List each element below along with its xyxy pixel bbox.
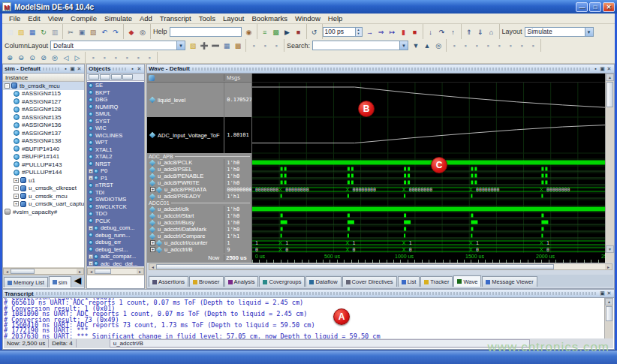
zoom-full-icon[interactable]: ⊙ — [27, 53, 38, 62]
menu-help[interactable]: Help — [324, 14, 347, 23]
object-signal-adc-dec-dat[interactable]: +adc_dec_dat... — [87, 260, 144, 267]
sim-tree-item-vsim-capacity[interactable]: #vsim_capacity# — [3, 208, 84, 216]
menu-window[interactable]: Window — [291, 14, 324, 23]
tab-tracker[interactable]: Tracker — [420, 276, 453, 287]
wave-lock-icon[interactable]: ▪ — [99, 53, 110, 62]
object-signal-adc-compar[interactable]: +adc_compar... — [87, 253, 144, 260]
transcript-header[interactable]: Transcript ▣ ✕ — [3, 290, 614, 298]
sim-tree-item-assign-136[interactable]: #ASSIGN#136 — [3, 122, 84, 130]
sim-close-icon[interactable]: ✕ — [76, 66, 83, 72]
tab-browser[interactable]: Browser — [189, 276, 224, 287]
wave-row-u-adcctrl-busy[interactable]: u_adcctrl/Busy1'h0 — [147, 219, 251, 226]
wave-pin-icon[interactable]: ▪ — [592, 66, 599, 71]
scroll-left-icon[interactable]: ◄ — [149, 264, 156, 269]
sim-tree-item-assign-135[interactable]: #ASSIGN#135 — [3, 113, 84, 122]
tree-expander-icon[interactable]: - — [5, 83, 10, 89]
maximize-button[interactable]: □ — [589, 2, 601, 12]
wave-expander-icon[interactable]: + — [150, 187, 155, 192]
wave-tool-7-icon[interactable]: ▪ — [516, 41, 527, 50]
sim-tree-item-assign-115[interactable]: #ASSIGN#115 — [3, 90, 84, 98]
tab-memory-list[interactable]: Memory List — [4, 277, 48, 287]
sim-panel-header[interactable]: sim - Default ▪ ▣ ✕ — [3, 65, 84, 74]
wave-cut2-icon[interactable]: ▪ — [133, 53, 143, 62]
tab-covergroups[interactable]: Covergroups — [259, 276, 305, 287]
sim-tree-item-assign-128[interactable]: #ASSIGN#128 — [3, 106, 84, 114]
wave-expander-icon[interactable]: + — [150, 240, 155, 245]
wave-pair-icon[interactable]: ▪ — [110, 53, 121, 62]
wave-tool-4-icon[interactable]: ▪ — [483, 41, 493, 50]
object-signal-syst[interactable]: SYST — [87, 118, 144, 125]
chevron-down-icon[interactable]: ▼ — [585, 28, 593, 36]
wave-tool-8-icon[interactable]: ▪ — [528, 41, 538, 50]
scroll-left-icon[interactable]: ◄ — [88, 269, 95, 274]
recompile-icon[interactable]: ≡ — [260, 27, 270, 37]
simulate-icon[interactable]: ▶ — [282, 27, 293, 37]
wave-tool-6-icon[interactable]: ▪ — [505, 41, 516, 50]
sim-pin-icon[interactable]: ▪ — [62, 66, 69, 71]
wave-row-u-adc8-penable[interactable]: u_adc8/PENABLE1'h0 — [147, 173, 251, 179]
toolbar-input[interactable] — [170, 27, 242, 37]
object-signal-p0[interactable]: +P0 — [87, 167, 144, 175]
sim-tree-item-pullup-143[interactable]: #PULLUP#143 — [3, 161, 84, 169]
bookmark-icon[interactable]: ◆ — [126, 27, 137, 37]
object-signal-wic[interactable]: WIC — [87, 125, 144, 132]
zoom-range-icon[interactable]: ⊘ — [38, 53, 49, 62]
combo-combo[interactable]: ▼ — [312, 41, 408, 50]
sim-tree-item-tb-cmsdk-mcu[interactable]: -tb_cmsdk_mcu — [3, 82, 84, 90]
search-down-icon[interactable]: ▼ — [411, 41, 421, 50]
tab-cover-directives[interactable]: Cover Directives — [342, 276, 397, 287]
break-icon[interactable]: ▮ — [399, 27, 409, 37]
sim-tree-item-u-cmsdk-clkreset[interactable]: +u_cmsdk_clkreset — [3, 185, 84, 193]
search-up-icon[interactable]: ▲ — [422, 41, 432, 50]
tree-expander-icon[interactable]: + — [14, 178, 19, 183]
sim-tree-item-bufip1-141[interactable]: #BUFIP1#141 — [3, 153, 84, 161]
palette-icon[interactable]: ▩ — [233, 41, 243, 50]
wave-edit-icon[interactable]: ▪ — [122, 53, 132, 62]
help-send-icon[interactable]: ◉ — [244, 27, 254, 37]
wave-cursor-icon[interactable]: ▪ — [88, 53, 98, 62]
scroll-thumb[interactable] — [606, 306, 612, 321]
transcript-close-icon[interactable]: ✕ — [606, 290, 612, 296]
transcript-dock-icon[interactable]: ▣ — [599, 290, 606, 296]
new-icon[interactable]: ▤ — [5, 27, 15, 37]
wave-row-u-adcctrl-counter[interactable]: +u_adcctrl/counter1 — [147, 239, 251, 246]
object-signal-dbg[interactable]: DBG — [87, 96, 144, 104]
wave-row-adcc01[interactable]: ADCC01 — [147, 200, 251, 206]
status-context-field[interactable]: u_adcctrl/B — [110, 339, 530, 347]
step-out-icon[interactable]: ↑ — [448, 27, 459, 37]
objects-filter-chip[interactable] — [89, 74, 99, 80]
zoom-right-icon[interactable]: ▷ — [72, 53, 83, 62]
run-length-input[interactable] — [323, 27, 356, 37]
menu-transcript[interactable]: Transcript — [156, 14, 195, 23]
scroll-thumb[interactable] — [11, 269, 35, 274]
wave-row-u-adc8-psel[interactable]: u_adc8/PSEL1'h0 — [147, 166, 251, 173]
object-signal-debug-com[interactable]: +debug_com... — [87, 224, 144, 232]
wave-timeline-ruler[interactable]: 0 us500 us1000 us1500 us2000 us2500 — [252, 253, 605, 263]
object-signal-debug-err[interactable]: debug_err — [87, 239, 144, 246]
find-icon[interactable]: ◎ — [137, 27, 148, 37]
menu-layout[interactable]: Layout — [219, 14, 248, 23]
menu-edit[interactable]: Edit — [24, 14, 44, 23]
stepper-arrows[interactable]: ▲▼ — [356, 27, 363, 37]
object-signal-ntrst[interactable]: nTRST — [87, 182, 144, 189]
copy-icon[interactable]: ▣ — [77, 27, 87, 37]
scroll-thumb[interactable] — [95, 269, 111, 274]
object-signal-swclktck[interactable]: SWCLKTCK — [87, 203, 144, 211]
menu-compile[interactable]: Compile — [67, 14, 101, 23]
object-signal-bkpt[interactable]: BKPT — [87, 89, 144, 97]
wave-row-u-adcctrl-datamark[interactable]: u_adcctrl/DataMark1'h0 — [147, 226, 251, 233]
wave-row-u-adc8-pready[interactable]: u_adc8/PREADY1'h1 — [147, 193, 251, 200]
tab-dataflow[interactable]: Dataflow — [305, 276, 341, 287]
reload-icon[interactable]: ↻ — [38, 27, 49, 37]
object-signal-xtal1[interactable]: XTAL1 — [87, 146, 144, 154]
wave-expander-icon[interactable]: + — [150, 247, 155, 252]
wave-row-adc-input-voltage-tof[interactable]: ADC_Input_Voltage_ToF1.80101 — [147, 117, 251, 153]
sim-tree-item-pullup-144[interactable]: #PULLUP#144 — [3, 169, 84, 177]
wave-group-icon[interactable] — [149, 75, 155, 81]
open-icon[interactable]: ▨ — [16, 27, 26, 37]
zoom-left-icon[interactable]: ◁ — [61, 53, 71, 62]
layout-combo[interactable]: Simulate▼ — [525, 27, 594, 37]
object-signal-pclk[interactable]: PCLK — [87, 218, 144, 225]
objects-filter-chip[interactable] — [122, 74, 133, 80]
object-signal-nrst[interactable]: NRST — [87, 161, 144, 168]
